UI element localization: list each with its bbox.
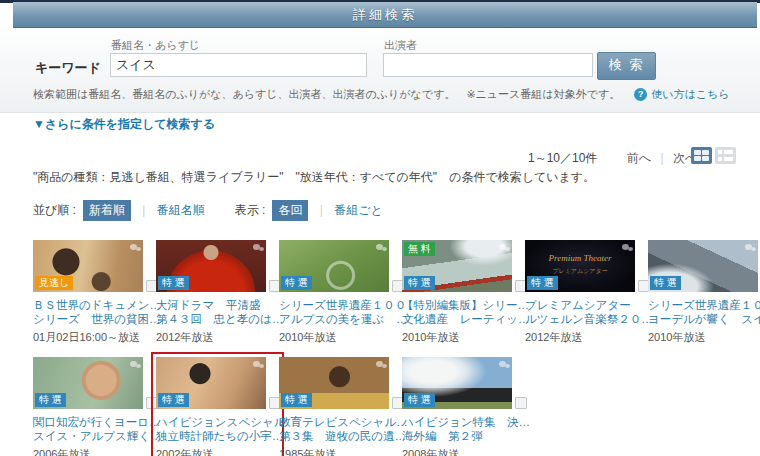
result-card: 見逃しＢＳ世界のドキュメン…シリーズ 世界の貧困…01月02日16:00～放送 [33,240,156,344]
badge-blue: 特 選 [404,276,435,290]
broadcast-date: 2012年放送 [525,330,648,345]
search-panel: 番組名・あらすじ 出演者 キーワード 検 索 検索範囲は番組名、番組名のふりがな… [0,28,760,113]
broadcast-date: 1985年放送 [279,447,402,456]
more-conditions-toggle[interactable]: ▼さらに条件を指定して検索する [33,116,215,133]
sort-label: 並び順 : [33,202,76,219]
result-title-line1[interactable]: 関口知宏が行くヨーロ… [33,415,156,429]
result-title-line2[interactable]: ヨーデルが響く スイ… [648,312,760,326]
result-card: Premium Theaterプレミアムシアター特 選プレミアムシアタールツェル… [525,240,648,344]
sort-row: 並び順 : 新着順 ｜ 番組名順 表示 : 各回 ｜ 番組ごと [33,200,383,221]
result-thumbnail[interactable]: 特 選 [402,357,512,409]
logo-watermark-icon [622,244,629,250]
result-card: 特 選シリーズ世界遺産１００ヨーデルが響く スイ…2010年放送 [648,240,760,344]
result-card: 特 選ハイビジョン特集 決…海外編 第２弾2008年放送 [402,357,525,456]
result-thumbnail[interactable]: 特 選 [156,240,266,292]
badge-blue: 特 選 [158,393,189,407]
help-icon[interactable]: ? [634,88,647,101]
badge-blue: 特 選 [158,276,189,290]
broadcast-date: 2008年放送 [402,447,525,456]
result-title-line2[interactable]: 海外編 第２弾 [402,429,525,443]
broadcast-date: 2006年放送 [33,447,156,456]
result-thumbnail[interactable]: Premium Theaterプレミアムシアター特 選 [525,240,635,292]
badge-blue: 特 選 [404,393,435,407]
result-title-line1[interactable]: ハイビジョンスペシャル [156,415,279,429]
page-title-text: 詳細検索 [353,7,417,22]
prev-page-link[interactable]: 前へ [627,150,651,167]
program-search-input[interactable] [110,53,367,77]
badge-blue: 特 選 [35,393,66,407]
pager: 前へ ｜ 次へ [627,150,697,167]
badge-green: 無 料 [404,242,435,256]
pager-separator: ｜ [656,150,668,167]
broadcast-date: 2010年放送 [279,330,402,345]
badge-blue: 特 選 [650,276,681,290]
logo-watermark-icon [376,361,383,367]
badge-blue: 特 選 [527,276,558,290]
thumbnail-art-subtext: プレミアムシアター [525,267,635,276]
badge-orange: 見逃し [35,276,73,290]
logo-watermark-icon [499,244,506,250]
result-thumbnail[interactable]: 特 選 [33,357,143,409]
result-count: 1～10／10件 [528,150,597,167]
search-scope-note: 検索範囲は番組名、番組名のふりがな、あらすじ、出演者、出演者のふりがなです。 ※… [33,87,729,102]
result-title-line2[interactable]: 独立時計師たちの小宇… [156,429,279,443]
view-each-episode-active[interactable]: 各回 [272,200,308,221]
badge-blue: 特 選 [281,393,312,407]
result-thumbnail[interactable]: 無 料特 選 [402,240,512,292]
logo-watermark-icon [376,244,383,250]
result-card-selected: 特 選ハイビジョンスペシャル独立時計師たちの小宇…2002年放送 [156,357,279,456]
select-checkbox[interactable] [515,397,527,409]
result-thumbnail[interactable]: 見逃し [33,240,143,292]
performer-search-input[interactable] [383,53,593,77]
result-title-line1[interactable]: ＢＳ世界のドキュメン… [33,298,156,312]
active-conditions-text: "商品の種類：見逃し番組、特選ライブラリー" "放送年代：すべての年代" の条件… [33,169,595,186]
broadcast-date: 2002年放送 [156,447,279,456]
result-card: 特 選大河ドラマ 平清盛第４３回 忠と孝のは…2012年放送 [156,240,279,344]
result-title-line2[interactable]: 第３集 遊牧の民の遺… [279,429,402,443]
logo-watermark-icon [130,244,137,250]
result-title-line1[interactable]: プレミアムシアター [525,298,648,312]
result-title-line2[interactable]: ルツェルン音楽祭２０… [525,312,648,326]
search-scope-note-text: 検索範囲は番組名、番組名のふりがな、あらすじ、出演者、出演者のふりがなです。 ※… [33,87,620,102]
badge-blue: 特 選 [281,276,312,290]
result-title-line2[interactable]: 文化遺産 レーティッ… [402,312,525,326]
result-card: 無 料特 選【特別編集版】シリー…文化遺産 レーティッ…2010年放送 [402,240,525,344]
result-card: 特 選シリーズ世界遺産１００アルプスの美を運ぶ …2010年放送 [279,240,402,344]
result-thumbnail[interactable]: 特 選 [648,240,758,292]
broadcast-date: 2012年放送 [156,330,279,345]
usage-help-link[interactable]: 使い方はこちら [651,87,729,102]
search-button[interactable]: 検 索 [597,52,656,80]
search-results-page: { "page": { "title_bar": "詳細検索" }, "sear… [0,0,760,456]
thumbnail-art-text: Premium Theater [525,253,635,263]
list-view-icon[interactable] [715,147,736,164]
result-title-line1[interactable]: ハイビジョン特集 決… [402,415,525,429]
result-title-line2[interactable]: シリーズ 世界の貧困… [33,312,156,326]
broadcast-date: 2010年放送 [648,330,760,345]
logo-watermark-icon [253,244,260,250]
broadcast-date: 2010年放送 [402,330,525,345]
result-title-line1[interactable]: シリーズ世界遺産１００ [648,298,760,312]
result-title-line2[interactable]: 第４３回 忠と孝のは… [156,312,279,326]
broadcast-date: 01月02日16:00～放送 [33,330,156,345]
program-field-label: 番組名・あらすじ [111,38,200,53]
sort-by-name-link[interactable]: 番組名順 [157,202,205,219]
result-thumbnail[interactable]: 特 選 [279,357,389,409]
performer-field-label: 出演者 [384,38,417,53]
result-thumbnail[interactable]: 特 選 [279,240,389,292]
grid-view-icon[interactable] [691,147,712,164]
view-mode-label: 表示 : [235,202,266,219]
result-title-line1[interactable]: 大河ドラマ 平清盛 [156,298,279,312]
sort-newest-active[interactable]: 新着順 [83,200,131,221]
logo-watermark-icon [745,244,752,250]
result-title-line2[interactable]: アルプスの美を運ぶ … [279,312,402,326]
page-title: 詳細検索 [13,2,757,28]
view-separator: ｜ [315,202,327,219]
result-thumbnail[interactable]: 特 選 [156,357,266,409]
view-by-program-link[interactable]: 番組ごと [334,202,383,219]
logo-watermark-icon [253,361,260,367]
result-title-line2[interactable]: スイス・アルプス輝く… [33,429,156,443]
result-title-line1[interactable]: シリーズ世界遺産１００ [279,298,402,312]
result-title-line1[interactable]: 教育テレビスペシャル… [279,415,402,429]
results-grid: 見逃しＢＳ世界のドキュメン…シリーズ 世界の貧困…01月02日16:00～放送特… [33,240,760,456]
result-title-line1[interactable]: 【特別編集版】シリー… [402,298,525,312]
